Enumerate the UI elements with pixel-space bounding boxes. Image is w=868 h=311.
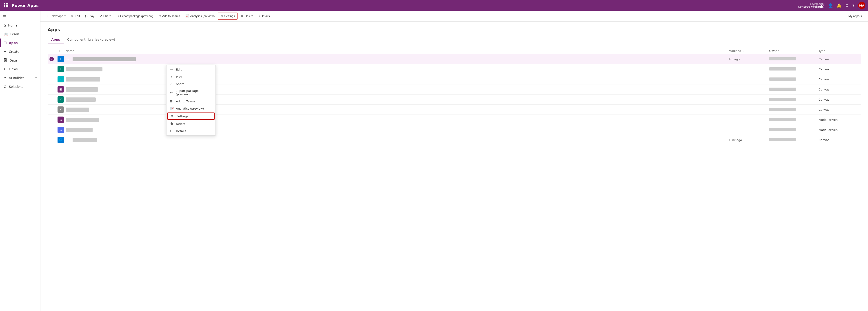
delete-button[interactable]: 🗑 Delete xyxy=(239,13,255,19)
context-menu-add-to-teams[interactable]: ⊞ Add to Teams xyxy=(166,98,215,105)
tab-apps[interactable]: Apps xyxy=(48,36,64,44)
play-button[interactable]: ▷ Play xyxy=(83,13,97,19)
teams-icon: ⊞ xyxy=(159,14,161,18)
app-icon: 🌐 xyxy=(58,137,64,143)
share-button[interactable]: ↗ Share xyxy=(97,13,114,19)
play-icon: ▷ xyxy=(85,14,88,18)
context-menu-play[interactable]: ▷ Play xyxy=(166,73,215,80)
delete-icon: 🗑 xyxy=(170,122,174,126)
new-app-button[interactable]: + + New app ▾ xyxy=(44,13,68,19)
settings-button[interactable]: ⚙ Settings xyxy=(218,12,238,20)
person-icon[interactable]: 👤 xyxy=(828,3,833,8)
icon-col: ⊞ xyxy=(58,49,66,53)
export-button[interactable]: ↦ Export package (preview) xyxy=(114,13,155,19)
app-icon: ⚡ xyxy=(58,66,64,72)
flows-icon: ↻ xyxy=(4,67,6,71)
top-navigation: Power Apps Environment Contoso (default)… xyxy=(0,0,868,11)
svg-rect-5 xyxy=(7,5,8,6)
owner-blurred xyxy=(769,138,796,141)
export-icon: ↦ xyxy=(117,14,119,18)
owner-col-header[interactable]: Owner xyxy=(769,49,818,53)
environment-name: Contoso (default) xyxy=(798,5,825,8)
context-menu-settings[interactable]: ⚙ Settings xyxy=(167,112,215,120)
edit-button[interactable]: ✏ Edit xyxy=(69,13,82,19)
row-name-col: ··· xyxy=(66,57,729,61)
analytics-button[interactable]: 📈 Analytics (preview) xyxy=(183,13,217,19)
table-header: ⊞ Name Modified ↓ Owner Type xyxy=(48,47,861,54)
row-type: Model-driven xyxy=(818,118,859,122)
app-icon: ⊞ xyxy=(58,86,64,93)
sidebar-collapse-button[interactable]: ☰ xyxy=(0,12,40,21)
svg-rect-3 xyxy=(4,5,5,6)
app-icon: ⚡ xyxy=(58,106,64,113)
tab-component-libraries[interactable]: Component libraries (preview) xyxy=(64,36,119,44)
row-more-icon[interactable]: ··· xyxy=(66,57,69,61)
owner-blurred xyxy=(769,108,796,111)
row-icon-col: ⊞ xyxy=(58,86,66,93)
app-icon: ⚡ xyxy=(58,76,64,82)
row-name-col xyxy=(66,128,729,132)
new-app-dropdown-icon: ▾ xyxy=(64,14,66,18)
sidebar-item-label: Create xyxy=(9,50,19,54)
help-icon[interactable]: ? xyxy=(852,3,855,8)
context-menu-delete[interactable]: 🗑 Delete xyxy=(166,120,215,127)
analytics-icon: 📈 xyxy=(185,14,189,18)
plus-icon: + xyxy=(46,14,48,18)
row-owner xyxy=(769,108,818,112)
my-apps-button[interactable]: My apps ▾ xyxy=(846,13,864,19)
context-menu-export[interactable]: ↦ Export package (preview) xyxy=(166,88,215,98)
row-name-col xyxy=(66,98,729,102)
data-icon: 🗄 xyxy=(4,58,7,62)
table-row[interactable]: ✓ ⚡ ··· 4 h ago Canvas xyxy=(48,54,861,64)
share-icon: ↗ xyxy=(170,82,174,85)
row-more-icon[interactable]: ··· xyxy=(66,138,69,142)
row-owner xyxy=(769,77,818,81)
sidebar-item-flows[interactable]: ↻ Flows xyxy=(0,65,40,73)
sidebar-item-ai-builder[interactable]: ✦ AI Builder ▾ xyxy=(0,73,40,82)
sidebar: ☰ ⌂ Home 📖 Learn ⊞ Apps + Create 🗄 Data … xyxy=(0,11,40,311)
ai-builder-icon: ✦ xyxy=(4,76,6,80)
context-menu-edit[interactable]: ✏ Edit xyxy=(166,66,215,73)
row-owner xyxy=(769,128,818,132)
owner-blurred xyxy=(769,118,796,121)
settings-icon[interactable]: ⚙ xyxy=(845,3,849,8)
type-col-header[interactable]: Type xyxy=(818,49,859,53)
sort-down-icon: ↓ xyxy=(742,49,744,52)
context-menu-analytics[interactable]: 📈 Analytics (preview) xyxy=(166,105,215,112)
top-nav-right: Environment Contoso (default) 👤 🔔 ⚙ ? MA xyxy=(798,2,865,9)
row-owner xyxy=(769,118,818,122)
row-name-col xyxy=(66,88,729,92)
owner-blurred xyxy=(769,67,796,70)
app-name xyxy=(66,67,102,71)
row-name-col xyxy=(66,67,729,71)
row-icon-col: ⚡ xyxy=(58,106,66,113)
sidebar-item-data[interactable]: 🗄 Data ▾ xyxy=(0,56,40,65)
row-type: Canvas xyxy=(818,68,859,71)
chevron-down-icon: ▾ xyxy=(35,59,37,62)
my-apps-label: My apps xyxy=(848,14,860,18)
app-title: Power Apps xyxy=(12,3,798,8)
details-button[interactable]: ℹ Details xyxy=(256,13,272,19)
row-owner xyxy=(769,138,818,142)
app-name xyxy=(66,108,89,112)
environment-selector[interactable]: Environment Contoso (default) xyxy=(798,3,825,8)
row-icon-col: ⚡ xyxy=(58,96,66,103)
waffle-menu-icon[interactable] xyxy=(3,2,10,9)
context-menu-share[interactable]: ↗ Share xyxy=(166,80,215,88)
modified-col-header[interactable]: Modified ↓ xyxy=(729,49,769,53)
sidebar-item-apps[interactable]: ⊞ Apps xyxy=(0,38,40,47)
delete-icon: 🗑 xyxy=(241,14,244,18)
notifications-icon[interactable]: 🔔 xyxy=(837,3,841,8)
avatar[interactable]: MA xyxy=(858,2,865,9)
app-name xyxy=(72,57,136,61)
row-owner xyxy=(769,67,818,71)
sidebar-item-create[interactable]: + Create xyxy=(0,47,40,56)
add-to-teams-button[interactable]: ⊞ Add to Teams xyxy=(156,13,182,19)
table-row[interactable]: 🌐 ··· 1 wk ago Canvas xyxy=(48,135,861,145)
sidebar-item-label: Solutions xyxy=(9,85,23,89)
sidebar-item-home[interactable]: ⌂ Home xyxy=(0,21,40,30)
sidebar-item-solutions[interactable]: ⊙ Solutions xyxy=(0,82,40,91)
sidebar-item-learn[interactable]: 📖 Learn xyxy=(0,30,40,38)
name-col-header[interactable]: Name xyxy=(66,49,729,53)
context-menu-details[interactable]: ℹ Details xyxy=(166,127,215,135)
